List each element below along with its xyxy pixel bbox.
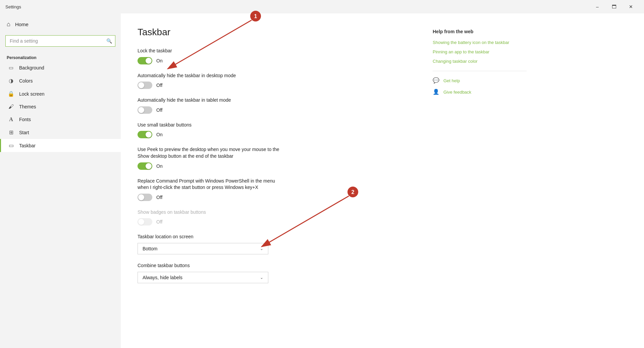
- peek-preview-toggle[interactable]: [138, 162, 152, 170]
- sidebar-item-taskbar[interactable]: ▭ Taskbar: [0, 139, 121, 152]
- combine-buttons-dropdown[interactable]: Always, hide labels ⌄: [138, 272, 268, 283]
- give-feedback-icon: 👤: [433, 89, 440, 96]
- help-link-battery[interactable]: Showing the battery icon on the taskbar: [433, 40, 527, 46]
- taskbar-location-value: Bottom: [143, 246, 157, 251]
- home-label: Home: [15, 21, 29, 27]
- small-buttons-toggle[interactable]: [138, 131, 152, 138]
- sidebar-item-taskbar-label: Taskbar: [19, 143, 36, 148]
- lock-taskbar-label: Lock the taskbar: [138, 48, 413, 54]
- combine-buttons-chevron-icon: ⌄: [260, 275, 263, 280]
- help-divider: [433, 71, 527, 71]
- search-container: 🔍: [5, 35, 115, 47]
- sidebar-section-label: Personalization: [0, 53, 121, 61]
- setting-auto-hide-tablet: Automatically hide the taskbar in tablet…: [138, 97, 413, 114]
- sidebar-item-fonts[interactable]: A Fonts: [0, 113, 121, 126]
- sidebar-item-themes-label: Themes: [19, 104, 36, 109]
- help-title: Help from the web: [433, 29, 527, 34]
- sidebar-item-background-label: Background: [19, 65, 44, 70]
- combine-buttons-value: Always, hide labels: [143, 275, 182, 280]
- taskbar-location-dropdown[interactable]: Bottom ⌄: [138, 243, 268, 254]
- maximize-button[interactable]: 🗖: [606, 2, 622, 12]
- sidebar-item-start[interactable]: ⊞ Start: [0, 126, 121, 139]
- show-badges-state: Off: [156, 219, 162, 225]
- window-controls: – 🗖 ✕: [590, 2, 639, 12]
- sidebar-item-themes[interactable]: 🖌 Themes: [0, 100, 121, 113]
- close-button[interactable]: ✕: [623, 2, 639, 12]
- page-title: Taskbar: [138, 27, 413, 38]
- sidebar-item-colors-label: Colors: [19, 78, 33, 84]
- app-title: Settings: [5, 4, 21, 9]
- replace-cmd-label: Replace Command Prompt with Windows Powe…: [138, 178, 413, 191]
- setting-taskbar-location: Taskbar location on screen Bottom ⌄: [138, 234, 413, 254]
- help-panel: Help from the web Showing the battery ic…: [433, 27, 527, 335]
- show-badges-toggle[interactable]: [138, 218, 152, 226]
- auto-hide-tablet-state: Off: [156, 107, 162, 113]
- combine-buttons-label: Combine taskbar buttons: [138, 262, 413, 269]
- help-link-pinning[interactable]: Pinning an app to the taskbar: [433, 49, 527, 55]
- lock-taskbar-toggle[interactable]: [138, 57, 152, 64]
- setting-lock-taskbar: Lock the taskbar On: [138, 48, 413, 64]
- small-buttons-label: Use small taskbar buttons: [138, 122, 413, 129]
- setting-peek-preview: Use Peek to preview the desktop when you…: [138, 146, 413, 169]
- auto-hide-desktop-toggle[interactable]: [138, 82, 152, 89]
- setting-replace-cmd: Replace Command Prompt with Windows Powe…: [138, 178, 413, 201]
- sidebar-item-colors[interactable]: ◑ Colors: [0, 74, 121, 87]
- sidebar-item-lock-screen-label: Lock screen: [19, 91, 44, 97]
- main-content: Taskbar Lock the taskbar On: [121, 13, 644, 348]
- settings-area: Taskbar Lock the taskbar On: [138, 27, 413, 335]
- search-icon: 🔍: [106, 38, 112, 44]
- auto-hide-desktop-label: Automatically hide the taskbar in deskto…: [138, 72, 413, 79]
- lock-taskbar-state: On: [156, 58, 163, 63]
- setting-auto-hide-desktop: Automatically hide the taskbar in deskto…: [138, 72, 413, 89]
- small-buttons-state: On: [156, 132, 163, 137]
- themes-icon: 🖌: [8, 104, 14, 110]
- auto-hide-tablet-label: Automatically hide the taskbar in tablet…: [138, 97, 413, 104]
- background-icon: ▭: [8, 65, 14, 71]
- auto-hide-tablet-toggle[interactable]: [138, 106, 152, 114]
- home-icon: ⌂: [7, 21, 10, 28]
- auto-hide-desktop-state: Off: [156, 83, 162, 88]
- sidebar-item-lock-screen[interactable]: 🔒 Lock screen: [0, 87, 121, 100]
- replace-cmd-state: Off: [156, 195, 162, 200]
- colors-icon: ◑: [8, 78, 14, 84]
- get-help-link[interactable]: Get help: [443, 78, 460, 83]
- start-icon: ⊞: [8, 129, 14, 136]
- give-feedback-link[interactable]: Give feedback: [443, 90, 471, 95]
- get-help-icon: 💬: [433, 77, 440, 85]
- sidebar: ⌂ Home 🔍 Personalization ▭ Background ◑ …: [0, 13, 121, 348]
- help-give-feedback: 👤 Give feedback: [433, 89, 527, 96]
- title-bar: Settings – 🗖 ✕: [0, 0, 644, 13]
- minimize-button[interactable]: –: [590, 2, 605, 12]
- taskbar-location-label: Taskbar location on screen: [138, 234, 413, 240]
- peek-preview-state: On: [156, 163, 163, 169]
- setting-small-buttons: Use small taskbar buttons On: [138, 122, 413, 139]
- lock-icon: 🔒: [8, 91, 14, 97]
- taskbar-icon: ▭: [8, 142, 14, 149]
- replace-cmd-toggle[interactable]: [138, 194, 152, 201]
- fonts-icon: A: [8, 116, 14, 122]
- taskbar-location-chevron-icon: ⌄: [260, 246, 263, 251]
- sidebar-item-background[interactable]: ▭ Background: [0, 61, 121, 74]
- sidebar-item-home[interactable]: ⌂ Home: [0, 17, 121, 32]
- show-badges-label: Show badges on taskbar buttons: [138, 209, 413, 216]
- peek-preview-label: Use Peek to preview the desktop when you…: [138, 146, 413, 159]
- setting-show-badges: Show badges on taskbar buttons Off: [138, 209, 413, 226]
- setting-combine-buttons: Combine taskbar buttons Always, hide lab…: [138, 262, 413, 283]
- search-input[interactable]: [5, 35, 115, 47]
- help-link-color[interactable]: Changing taskbar color: [433, 58, 527, 64]
- sidebar-item-fonts-label: Fonts: [19, 117, 31, 122]
- help-get-help: 💬 Get help: [433, 77, 527, 85]
- sidebar-item-start-label: Start: [19, 130, 29, 135]
